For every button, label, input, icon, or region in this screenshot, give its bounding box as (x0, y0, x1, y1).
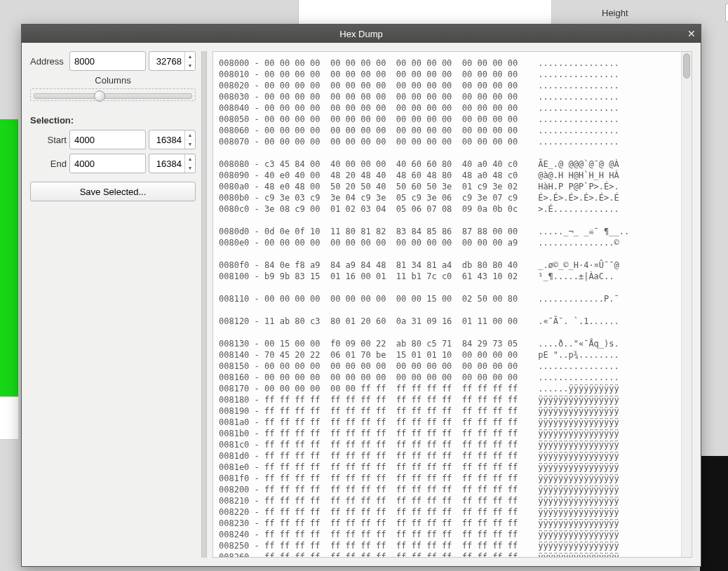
bg-height-hex-input[interactable] (725, 4, 728, 22)
scrollbar-thumb[interactable] (683, 53, 690, 79)
splitter[interactable] (201, 51, 207, 558)
end-label: End (30, 159, 67, 169)
save-selected-button[interactable]: Save Selected... (30, 182, 196, 201)
bg-height-label: Height (602, 8, 721, 18)
spin-up-icon[interactable]: ▲ (185, 154, 195, 164)
start-label: Start (30, 135, 67, 145)
start-hex-input[interactable] (69, 130, 146, 149)
titlebar[interactable]: Hex Dump ✕ (22, 25, 701, 43)
dialog-title: Hex Dump (339, 29, 382, 39)
close-icon[interactable]: ✕ (685, 27, 698, 40)
address-dec-input[interactable] (149, 52, 184, 70)
bg-dark (700, 456, 728, 571)
columns-label: Columns (30, 75, 196, 86)
hex-view: 008000 - 00 00 00 00 00 00 00 00 00 00 0… (213, 51, 692, 558)
bg-green (0, 119, 18, 396)
bg-white (0, 396, 18, 440)
address-hex-input[interactable] (69, 51, 146, 71)
columns-slider[interactable] (30, 88, 196, 101)
controls-panel: Address ▲ ▼ Columns Selection: Start (30, 51, 196, 558)
selection-header: Selection: (30, 115, 196, 126)
hex-dump-dialog: Hex Dump ✕ Address ▲ ▼ Columns (21, 24, 701, 567)
scrollbar[interactable] (681, 52, 692, 557)
start-dec-input[interactable] (149, 130, 184, 149)
spin-down-icon[interactable]: ▼ (185, 164, 195, 173)
spin-up-icon[interactable]: ▲ (185, 52, 195, 62)
address-dec-spin[interactable]: ▲ ▼ (149, 51, 196, 71)
end-dec-input[interactable] (149, 154, 184, 173)
end-dec-spin[interactable]: ▲ ▼ (149, 154, 196, 173)
address-label: Address (30, 56, 67, 67)
end-hex-input[interactable] (69, 154, 146, 173)
spin-down-icon[interactable]: ▼ (185, 62, 195, 71)
slider-thumb[interactable] (94, 90, 105, 102)
hex-content[interactable]: 008000 - 00 00 00 00 00 00 00 00 00 00 0… (213, 52, 681, 557)
hex-text: 008000 - 00 00 00 00 00 00 00 00 00 00 0… (219, 58, 678, 557)
start-dec-spin[interactable]: ▲ ▼ (149, 130, 196, 149)
spin-up-icon[interactable]: ▲ (185, 130, 195, 140)
spin-down-icon[interactable]: ▼ (185, 140, 195, 149)
